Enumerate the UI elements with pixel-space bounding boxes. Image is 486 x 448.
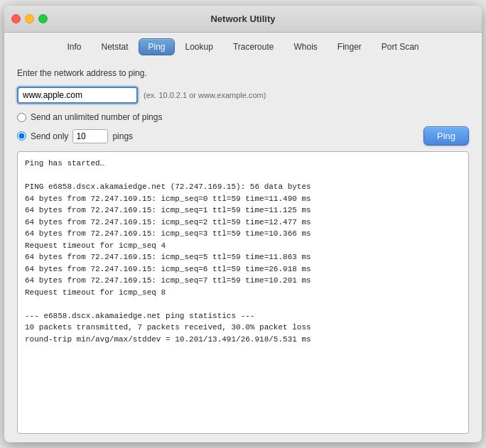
tab-bar: Info Netstat Ping Lookup Traceroute Whoi… — [4, 33, 482, 60]
window-title: Network Utility — [210, 13, 275, 24]
unlimited-radio[interactable] — [17, 113, 26, 122]
ping-count-input[interactable] — [72, 129, 108, 143]
ping-panel: Enter the network address to ping. (ex. … — [4, 60, 482, 442]
unlimited-label: Send an unlimited number of pings — [31, 112, 162, 122]
close-button[interactable] — [11, 14, 21, 23]
main-window: Network Utility Info Netstat Ping Lookup… — [4, 6, 482, 442]
tab-ping[interactable]: Ping — [139, 38, 174, 55]
ping-output: Ping has started… PING e6858.dscx.akamai… — [17, 151, 469, 434]
pings-label: pings — [112, 131, 133, 141]
tab-traceroute[interactable]: Traceroute — [224, 38, 284, 55]
send-only-row: Send only pings Ping — [17, 126, 469, 146]
unlimited-radio-row[interactable]: Send an unlimited number of pings — [17, 112, 469, 122]
minimize-button[interactable] — [25, 14, 34, 23]
tab-info[interactable]: Info — [58, 38, 90, 55]
ping-options: Send an unlimited number of pings Send o… — [17, 112, 469, 146]
tab-whois[interactable]: Whois — [284, 38, 326, 55]
tab-netstat[interactable]: Netstat — [92, 38, 137, 55]
tab-lookup[interactable]: Lookup — [176, 38, 222, 55]
tab-portscan[interactable]: Port Scan — [372, 38, 428, 55]
address-hint: (ex. 10.0.2.1 or www.example.com) — [144, 91, 266, 99]
prompt-label: Enter the network address to ping. — [17, 68, 469, 78]
address-row: (ex. 10.0.2.1 or www.example.com) — [17, 87, 469, 104]
titlebar: Network Utility — [4, 6, 482, 33]
ping-button[interactable]: Ping — [423, 126, 469, 146]
address-input[interactable] — [17, 87, 138, 104]
tab-finger[interactable]: Finger — [328, 38, 371, 55]
send-only-radio-row: Send only pings — [17, 129, 133, 143]
send-only-label: Send only — [31, 131, 68, 141]
send-only-radio[interactable] — [17, 131, 26, 141]
maximize-button[interactable] — [38, 14, 48, 23]
traffic-lights — [11, 14, 48, 23]
